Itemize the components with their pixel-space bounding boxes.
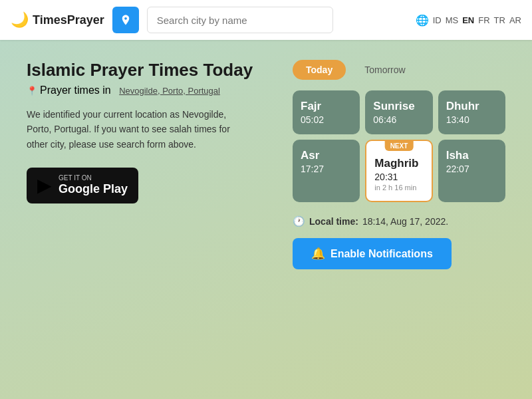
- prayer-card-fajr: Fajr 05:02: [293, 90, 360, 134]
- lang-fr[interactable]: FR: [478, 15, 489, 25]
- location-icon: [120, 14, 132, 26]
- maghrib-countdown: in 2 h 16 min: [374, 184, 423, 192]
- maghrib-time: 20:31: [374, 172, 423, 182]
- local-time-value: 18:14, Aug 17, 2022.: [362, 216, 448, 227]
- search-input[interactable]: [147, 7, 333, 33]
- fajr-name: Fajr: [301, 100, 352, 113]
- isha-time: 22:07: [446, 164, 497, 174]
- play-icon: ▶: [37, 174, 52, 196]
- asr-name: Asr: [301, 149, 352, 162]
- google-play-button[interactable]: ▶ GET IT ON Google Play: [27, 168, 138, 203]
- location-link[interactable]: Nevogilde, Porto, Portugal: [119, 86, 220, 96]
- next-badge: NEXT: [385, 141, 414, 151]
- tab-today[interactable]: Today: [293, 60, 346, 80]
- prayer-card-maghrib: NEXT Maghrib 20:31 in 2 h 16 min: [365, 140, 432, 202]
- clock-icon: 🕐: [293, 215, 305, 227]
- fajr-time: 05:02: [301, 114, 352, 125]
- page-title: Islamic Prayer Times Today: [27, 60, 266, 80]
- main-content: Islamic Prayer Times Today 📍 Prayer time…: [0, 40, 532, 289]
- pin-icon: 📍: [27, 86, 37, 96]
- lang-ms[interactable]: MS: [446, 15, 459, 25]
- prayer-card-dhuhr: Dhuhr 13:40: [438, 90, 505, 134]
- bell-icon: 🔔: [311, 247, 325, 261]
- google-play-inner: ▶ GET IT ON Google Play: [37, 174, 128, 197]
- lang-ar[interactable]: AR: [509, 15, 521, 25]
- location-button[interactable]: [112, 7, 139, 33]
- prayer-card-asr: Asr 17:27: [293, 140, 360, 202]
- logo: 🌙 TimesPrayer: [11, 11, 104, 29]
- maghrib-name: Maghrib: [374, 157, 423, 170]
- local-time-row: 🕐 Local time: 18:14, Aug 17, 2022.: [293, 215, 505, 227]
- sunrise-time: 06:46: [373, 114, 424, 125]
- asr-time: 17:27: [301, 164, 352, 174]
- prayer-card-sunrise: Sunrise 06:46: [365, 90, 432, 134]
- globe-icon: 🌐: [416, 14, 429, 27]
- notify-label: Enable Notifications: [331, 248, 433, 260]
- dhuhr-name: Dhuhr: [446, 100, 497, 113]
- google-play-store-name: Google Play: [59, 182, 128, 197]
- enable-notifications-button[interactable]: 🔔 Enable Notifications: [293, 238, 452, 269]
- sunrise-name: Sunrise: [373, 100, 424, 113]
- day-tabs: Today Tomorrow: [293, 60, 505, 80]
- lang-id[interactable]: ID: [433, 15, 442, 25]
- moon-icon: 🌙: [11, 11, 29, 29]
- prayer-grid: Fajr 05:02 Sunrise 06:46 Dhuhr 13:40 Asr…: [293, 90, 505, 202]
- description-text: We identified your current location as N…: [27, 107, 239, 152]
- google-play-get-it-on: GET IT ON: [59, 174, 128, 182]
- tab-tomorrow[interactable]: Tomorrow: [351, 60, 418, 80]
- lang-tr[interactable]: TR: [494, 15, 505, 25]
- prayer-card-isha: Isha 22:07: [438, 140, 505, 202]
- dhuhr-time: 13:40: [446, 114, 497, 125]
- location-line: 📍 Prayer times in Nevogilde, Porto, Port…: [27, 84, 266, 96]
- isha-name: Isha: [446, 149, 497, 162]
- right-column: Today Tomorrow Fajr 05:02 Sunrise 06:46 …: [293, 60, 505, 269]
- language-selector: 🌐 ID MS EN FR TR AR: [416, 14, 521, 27]
- left-column: Islamic Prayer Times Today 📍 Prayer time…: [27, 60, 266, 269]
- lang-en[interactable]: EN: [462, 15, 474, 25]
- local-time-label: Local time:: [309, 216, 358, 227]
- logo-text: TimesPrayer: [33, 13, 104, 27]
- header: 🌙 TimesPrayer 🌐 ID MS EN FR TR AR: [0, 0, 532, 40]
- location-prefix: Prayer times in: [40, 84, 111, 96]
